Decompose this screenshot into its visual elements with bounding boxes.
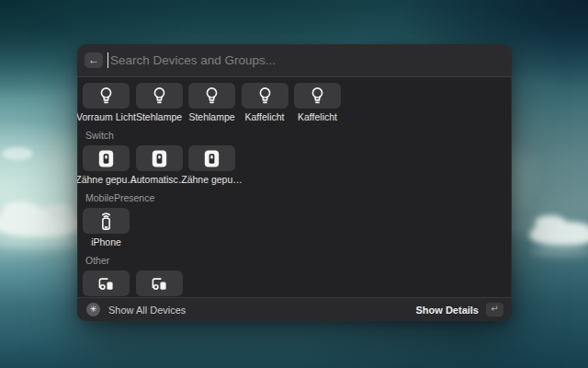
device-item[interactable]: Automatisc… [136, 145, 183, 185]
device-item[interactable]: Vorraum Licht [83, 83, 130, 122]
text-cursor [107, 52, 108, 68]
device-label: Stehlampe [188, 111, 234, 122]
device-tile [83, 208, 130, 234]
device-tile [188, 145, 235, 171]
device-item[interactable]: Kaffelicht [242, 83, 288, 122]
back-button[interactable]: ← [85, 52, 103, 68]
section-header-switch: Switch [85, 130, 512, 141]
switch-icon [201, 148, 222, 169]
results-area: Vorraum Licht Stehlampe Stehlampe Kaffel… [77, 77, 512, 310]
lightbulb-icon [149, 86, 170, 107]
return-key-icon: ↵ [486, 303, 503, 316]
search-input[interactable]: Search Devices and Groups... [110, 53, 276, 67]
device-label: Stehlampe [136, 111, 182, 122]
device-row-mobilepresence: iPhone [83, 208, 512, 247]
device-item[interactable]: Kaffelicht [294, 83, 341, 122]
show-details-button[interactable]: Show Details [416, 305, 479, 316]
device-item[interactable]: Zähne gepu… [188, 145, 235, 185]
device-label: iPhone [91, 236, 121, 247]
device-row-lights: Vorraum Licht Stehlampe Stehlampe Kaffel… [83, 83, 512, 122]
device-tile [136, 270, 183, 296]
snowy-trees-right [529, 222, 588, 246]
trees-reflection-right [531, 245, 588, 257]
device-tile [83, 270, 130, 296]
snowy-trees-left [0, 209, 81, 236]
section-header-mobilepresence: MobilePresence [85, 192, 512, 203]
device-tile [136, 145, 183, 171]
device-label: Kaffelicht [298, 111, 337, 122]
show-all-devices-button[interactable]: Show All Devices [108, 305, 186, 316]
receiver-icon [96, 273, 117, 294]
device-item[interactable]: Zähne gepu… [83, 145, 130, 185]
device-search-window: ← Search Devices and Groups... Vorraum L… [77, 44, 512, 321]
device-tile [188, 83, 235, 109]
phone-presence-icon [96, 211, 117, 232]
search-bar: ← Search Devices and Groups... [77, 44, 512, 77]
receiver-icon [149, 273, 170, 294]
lightbulb-icon [307, 86, 328, 107]
trees-reflection-left [0, 235, 81, 248]
device-tile [294, 83, 341, 109]
device-label: Automatisc… [130, 174, 187, 185]
device-tile [83, 145, 130, 171]
device-label: Kaffelicht [245, 111, 285, 122]
device-item[interactable]: iPhone [83, 208, 130, 247]
device-label: Zähne gepu… [77, 174, 137, 185]
section-header-other: Other [85, 255, 512, 266]
device-item[interactable]: Stehlampe [136, 83, 183, 122]
lightbulb-icon [96, 86, 117, 107]
device-label: Zähne gepu… [181, 174, 243, 185]
device-tile [136, 83, 183, 109]
device-tile [83, 83, 130, 109]
footer-bar: ✳ Show All Devices Show Details ↵ [77, 297, 512, 321]
switch-icon [149, 148, 170, 169]
device-label: Vorraum Licht [77, 111, 136, 122]
lightbulb-icon [254, 86, 276, 107]
lightbulb-icon [201, 86, 222, 107]
device-tile [242, 83, 288, 109]
switch-icon [96, 148, 117, 169]
mist-patch [2, 147, 33, 160]
device-row-switch: Zähne gepu… Automatisc… Zähne gepu… [83, 145, 512, 185]
device-item[interactable]: Stehlampe [188, 83, 235, 122]
app-asterisk-icon: ✳ [86, 303, 100, 316]
